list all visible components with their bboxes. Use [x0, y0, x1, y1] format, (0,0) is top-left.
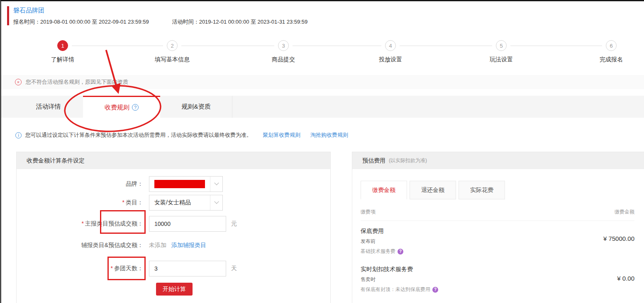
step-connector: [510, 46, 602, 46]
table-row: 保底费用 发布前 基础技术服务费 ? ¥ 75000.00: [361, 228, 634, 255]
tab-rules-qualification[interactable]: 规则&资质: [160, 96, 232, 118]
step-connector: [72, 46, 163, 46]
estimated-fee-title: 预估费用: [362, 157, 385, 165]
main-gmv-input[interactable]: [149, 216, 226, 232]
required-mark: *: [82, 220, 84, 227]
main-gmv-label: 主报类目预估成交额：: [85, 220, 143, 227]
step-connector: [181, 46, 274, 46]
days-label: 参团天数：: [114, 265, 143, 271]
step-6-circle: 6: [606, 40, 617, 51]
campaign-title-link[interactable]: 磐石品牌团: [13, 7, 44, 15]
step-connector: [293, 46, 381, 46]
campaign-signup-page: 磐石品牌团 报名时间：2019-08-01 00:00:00 至 2022-09…: [0, 0, 644, 303]
tab-refund-amount[interactable]: 退还金额: [410, 181, 456, 199]
tab-fee-rules-label: 收费规则: [105, 104, 129, 112]
aux-category-label: 辅报类目&预估成交额：: [17, 242, 143, 249]
step-2-label: 填写基本信息: [155, 56, 190, 63]
days-unit: 天: [231, 265, 237, 272]
tab-rules-qualification-label: 规则&资质: [181, 103, 210, 111]
estimate-notice: i 您可以通过设定以下计算条件来预估参加本次活动所需费用，活动实际收费请以最终收…: [15, 131, 348, 139]
start-calc-button[interactable]: 开始计算: [156, 283, 193, 296]
chevron-down-icon: [210, 177, 222, 191]
step-5-label: 玩法设置: [490, 56, 513, 63]
fee-calc-panel: 收费金额计算条件设定 品牌： *类目： 女装/女士精品 *主报类目预估成交额：: [16, 152, 331, 303]
table-row: 实时划扣技术服务费 售卖时 有保底有封顶：未达到保底费用 ? ¥ 0.00: [361, 266, 634, 293]
tab-actual-spend[interactable]: 实际花费: [459, 181, 505, 199]
fee-row-desc: 有保底有封顶：未达到保底费用: [361, 286, 430, 293]
step-1-label: 了解详情: [51, 56, 74, 63]
brand-label: 品牌：: [17, 180, 143, 188]
category-label: 类目：: [126, 199, 143, 206]
step-4-circle: 4: [385, 40, 396, 51]
fee-row-title: 实时划扣技术服务费: [361, 266, 438, 273]
aux-category-row: 辅报类目&预估成交额： 未添加 添加辅报类目: [17, 242, 330, 249]
tab-activity-detail-label: 活动详情: [36, 103, 61, 111]
fee-table: 缴费项 缴费金额 保底费用 发布前 基础技术服务费 ? ¥ 75000.00 实…: [352, 208, 644, 293]
main-gmv-unit: 元: [231, 220, 237, 228]
detail-tabbar: 活动详情 收费规则 ? 规则&资质: [1, 96, 644, 118]
fee-row-stage: 发布前: [361, 238, 403, 245]
signup-time-label: 报名时间：: [13, 19, 40, 25]
step-3-label: 商品提交: [272, 56, 295, 63]
progress-stepper: 1 2 3 4 5 6 了解详情 填写基本信息 商品提交 投放设置 玩法设置 完…: [1, 40, 644, 66]
campaign-times: 报名时间：2019-08-01 00:00:00 至 2022-09-01 23…: [13, 18, 307, 26]
brand-row: 品牌：: [17, 176, 330, 192]
tab-payment-amount[interactable]: 缴费金额: [361, 181, 407, 199]
days-input[interactable]: [149, 261, 226, 276]
step-connector: [400, 46, 492, 46]
estimate-notice-text: 您可以通过设定以下计算条件来预估参加本次活动所需费用，活动实际收费请以最终收费为…: [25, 131, 252, 139]
fee-row-stage: 售卖时: [361, 276, 438, 283]
info-circle-icon: i: [15, 132, 22, 138]
add-aux-category-link[interactable]: 添加辅报类目: [171, 242, 206, 249]
category-row: *类目： 女装/女士精品: [17, 195, 330, 211]
fee-amount-col-header: 缴费金额: [615, 208, 634, 216]
question-circle-icon[interactable]: ?: [132, 104, 139, 111]
chevron-down-icon: [210, 195, 222, 210]
step-2-circle: 2: [167, 40, 178, 51]
activity-time-value: 2019-12-01 00:00:00 至 2023-01-31 23:59:5…: [199, 19, 308, 25]
fee-calc-panel-title: 收费金额计算条件设定: [17, 152, 330, 169]
required-mark: *: [111, 265, 113, 271]
title-accent-bar: [7, 6, 9, 25]
brand-select[interactable]: [149, 176, 223, 192]
step-4-label: 投放设置: [379, 56, 402, 63]
fee-row-desc: 基础技术服务费: [361, 248, 395, 255]
aux-category-value: 未添加: [149, 242, 166, 249]
category-select[interactable]: 女装/女士精品: [149, 195, 223, 211]
days-row: *参团天数： 天: [17, 261, 330, 276]
step-1-circle: 1: [57, 40, 68, 51]
main-gmv-row: *主报类目预估成交额： 元: [17, 216, 330, 232]
fee-row-title: 保底费用: [361, 228, 403, 235]
step-6-label: 完成报名: [600, 56, 623, 63]
activity-time-label: 活动时间：: [172, 19, 199, 25]
fee-type-tabs: 缴费金额 退还金额 实际花费: [361, 181, 644, 199]
estimated-fee-subtitle: (以实际扣款为准): [389, 157, 427, 164]
category-select-value: 女装/女士精品: [149, 195, 210, 210]
tab-fee-rules[interactable]: 收费规则 ?: [83, 96, 160, 118]
step-5-circle: 5: [496, 40, 507, 51]
eligibility-alert: × 您不符合活动报名规则，原因见下面的资质: [1, 75, 644, 89]
tab-activity-detail[interactable]: 活动详情: [14, 96, 83, 118]
signup-time-value: 2019-08-01 00:00:00 至 2022-09-01 23:59:5…: [40, 19, 149, 25]
help-circle-icon[interactable]: ?: [432, 287, 438, 293]
taoqianggou-fee-rules-link[interactable]: 淘抢购收费规则: [310, 131, 348, 139]
required-mark: *: [122, 199, 124, 206]
estimated-fee-panel: 预估费用 (以实际扣款为准) 缴费金额 退还金额 实际花费 缴费项 缴费金额 保…: [352, 152, 644, 303]
help-circle-icon[interactable]: ?: [398, 249, 403, 255]
step-3-circle: 3: [278, 40, 289, 51]
fee-row-amount: ¥ 0.00: [617, 275, 634, 293]
redaction-box: [154, 180, 205, 188]
eligibility-alert-text: 您不符合活动报名规则，原因见下面的资质: [26, 78, 128, 86]
error-circle-icon: ×: [15, 79, 22, 85]
fee-item-col-header: 缴费项: [361, 208, 376, 216]
fee-row-amount: ¥ 75000.00: [603, 235, 634, 255]
juhuasuan-fee-rules-link[interactable]: 聚划算收费规则: [263, 131, 300, 139]
